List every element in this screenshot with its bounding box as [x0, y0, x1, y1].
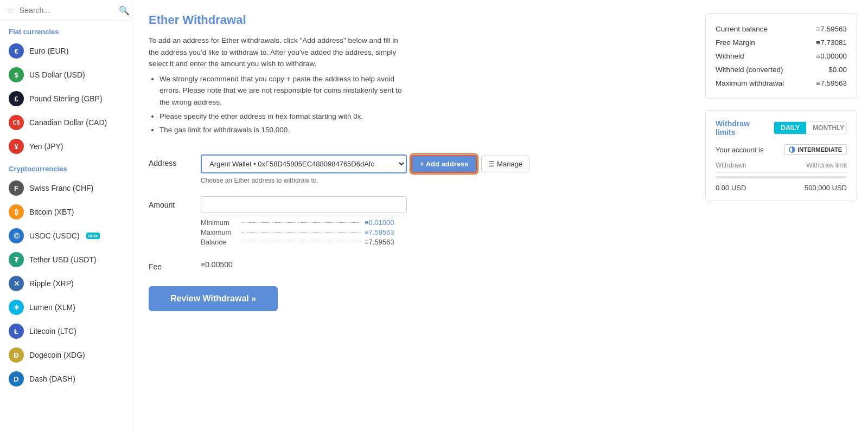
usdc-icon: Ⓒ [9, 228, 24, 243]
usdc-label: USDC (USDC) [29, 231, 80, 240]
balance-dots [242, 242, 361, 242]
fee-label: Fee [149, 258, 192, 271]
sidebar-item-xbt[interactable]: ₿ Bitcoin (XBT) [0, 200, 131, 224]
max-withdrawal-value: ≡7.59563 [816, 79, 847, 87]
xdg-icon: Ð [9, 347, 24, 363]
chf-label: Swiss Franc (CHF) [29, 184, 93, 192]
sidebar-item-usdt[interactable]: ₮ Tether USD (USDT) [0, 248, 131, 272]
usd-label: US Dollar (USD) [29, 70, 85, 79]
amount-label: Amount [149, 196, 192, 209]
free-margin-row: Free Margin ≡7.73081 [716, 36, 847, 49]
limits-title: Withdraw limits [716, 119, 768, 137]
ltc-label: Litecoin (LTC) [29, 327, 76, 336]
chf-icon: F [9, 180, 24, 196]
withheld-value: ≡0.00000 [816, 52, 847, 60]
gbp-label: Pound Sterling (GBP) [29, 94, 103, 103]
current-balance-value: ≡7.59563 [816, 25, 847, 33]
search-bar: ☆ 🔍 [0, 0, 131, 21]
fee-value: ≡0.00500 [201, 260, 233, 269]
xlm-label: Lumen (XLM) [29, 303, 75, 312]
current-balance-row: Current balance ≡7.59563 [716, 22, 847, 36]
balance-label-form: Balance [201, 238, 239, 246]
limit-amount: 500,000 USD [805, 184, 847, 192]
fee-row: Fee ≡0.00500 [149, 258, 677, 271]
withheld-converted-value: $0.00 [828, 66, 847, 74]
usdt-label: Tether USD (USDT) [29, 255, 97, 264]
max-withdrawal-row: Maximum withdrawal ≡7.59563 [716, 76, 847, 90]
current-balance-label: Current balance [716, 25, 768, 33]
sidebar-item-xdg[interactable]: Ð Dogecoin (XDG) [0, 343, 131, 367]
tab-monthly[interactable]: MONTHLY [806, 122, 847, 134]
usd-icon: $ [9, 67, 24, 82]
main-content: Ether Withdrawal To add an address for E… [131, 0, 694, 432]
sidebar-item-usdc[interactable]: Ⓒ USDC (USDC) new [0, 224, 131, 248]
xrp-label: Ripple (XRP) [29, 279, 74, 288]
account-level-row: Your account is INTERMEDIATE [716, 144, 847, 155]
withdraw-limit-col-label: Withdraw limit [806, 162, 847, 169]
intermediate-badge: INTERMEDIATE [784, 144, 847, 155]
bullet-2: Please specify the ether address in hex … [159, 111, 409, 122]
star-icon[interactable]: ☆ [7, 4, 15, 16]
manage-button[interactable]: ☰ Manage [481, 156, 529, 172]
withheld-converted-label: Withheld (converted) [716, 66, 783, 74]
balance-value-form: ≡7.59563 [365, 238, 394, 246]
sidebar-item-jpy[interactable]: ¥ Yen (JPY) [0, 134, 131, 158]
withdrawn-values: 0.00 USD 500,000 USD [716, 184, 847, 192]
dash-label: Dash (DASH) [29, 375, 75, 383]
minimum-row: Minimum ≡0.01000 [201, 218, 407, 227]
eur-label: Euro (EUR) [29, 47, 68, 55]
dash-icon: D [9, 371, 24, 386]
withdrawal-form: Address Argent Wallet • 0xF58D45805EC488… [149, 154, 677, 311]
tab-daily[interactable]: DAILY [774, 122, 806, 134]
withheld-row: Withheld ≡0.00000 [716, 49, 847, 63]
search-input[interactable] [20, 6, 114, 15]
withdrawn-col-label: Withdrawn [716, 162, 746, 169]
jpy-icon: ¥ [9, 139, 24, 154]
amount-row: Amount Minimum ≡0.01000 Maximum ≡7.59563 [149, 196, 677, 246]
xlm-icon: ✶ [9, 300, 24, 315]
sidebar-item-ltc[interactable]: Ł Litecoin (LTC) [0, 319, 131, 343]
balance-card: Current balance ≡7.59563 Free Margin ≡7.… [705, 13, 857, 99]
sidebar-item-eur[interactable]: € Euro (EUR) [0, 39, 131, 63]
ltc-icon: Ł [9, 324, 24, 339]
sidebar-item-cad[interactable]: C$ Canadian Dollar (CAD) [0, 111, 131, 134]
jpy-label: Yen (JPY) [29, 142, 63, 151]
limits-header: Withdraw limits DAILY MONTHLY [716, 119, 847, 137]
sidebar-item-chf[interactable]: F Swiss Franc (CHF) [0, 176, 131, 200]
maximum-value: ≡7.59563 [365, 228, 394, 236]
bullet-3: The gas limit for withdrawals is 150,000… [159, 124, 409, 136]
withdrawn-header: Withdrawn Withdraw limit [716, 162, 847, 173]
amount-input[interactable] [201, 196, 407, 213]
review-withdrawal-button[interactable]: Review Withdrawal » [149, 286, 278, 311]
sidebar-item-dash[interactable]: D Dash (DASH) [0, 367, 131, 391]
free-margin-value: ≡7.73081 [816, 38, 847, 47]
sidebar-item-xlm[interactable]: ✶ Lumen (XLM) [0, 295, 131, 319]
sidebar-item-gbp[interactable]: £ Pound Sterling (GBP) [0, 87, 131, 111]
address-label: Address [149, 154, 192, 167]
withheld-converted-row: Withheld (converted) $0.00 [716, 63, 847, 76]
withdraw-limits-card: Withdraw limits DAILY MONTHLY Your accou… [705, 110, 857, 201]
xrp-icon: ✕ [9, 276, 24, 291]
page-description: To add an address for Ether withdrawals,… [149, 35, 409, 138]
gbp-icon: £ [9, 91, 24, 106]
sidebar-item-usd[interactable]: $ US Dollar (USD) [0, 63, 131, 87]
account-level-label: Your account is [716, 146, 763, 154]
sidebar-item-xrp[interactable]: ✕ Ripple (XRP) [0, 272, 131, 295]
right-panel: Current balance ≡7.59563 Free Margin ≡7.… [694, 0, 868, 432]
description-text: To add an address for Ether withdrawals,… [149, 36, 398, 68]
address-controls-wrapper: Argent Wallet • 0xF58D45805EC4880984765D… [201, 154, 529, 184]
fiat-section-title: Fiat currencies [0, 21, 131, 39]
limits-tab-group: DAILY MONTHLY [774, 121, 847, 134]
page-title: Ether Withdrawal [149, 13, 677, 27]
usdt-icon: ₮ [9, 252, 24, 267]
new-badge: new [86, 233, 100, 239]
free-margin-label: Free Margin [716, 38, 755, 47]
address-controls: Argent Wallet • 0xF58D45805EC4880984765D… [201, 154, 529, 173]
address-select[interactable]: Argent Wallet • 0xF58D45805EC4880984765D… [201, 154, 407, 173]
xbt-label: Bitcoin (XBT) [29, 208, 74, 216]
cad-icon: C$ [9, 115, 24, 130]
balance-row: Balance ≡7.59563 [201, 238, 407, 246]
amount-controls: Minimum ≡0.01000 Maximum ≡7.59563 Balanc… [201, 196, 407, 246]
add-address-button[interactable]: + Add address [411, 155, 477, 173]
bullet-1: We strongly recommend that you copy + pa… [159, 73, 409, 108]
